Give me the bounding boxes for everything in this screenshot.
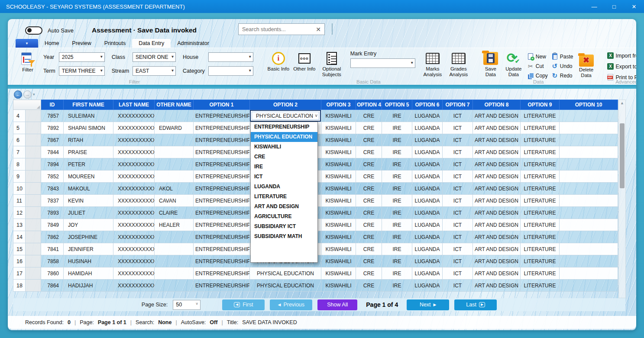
cell-last-name[interactable]: XXXXXXXXXXX bbox=[113, 134, 155, 146]
cell-option-9[interactable]: LITERATURE bbox=[521, 195, 560, 207]
cell-option-1[interactable]: ENTREPRENEURSHIP bbox=[194, 280, 250, 292]
term-select[interactable]: TERM THREE bbox=[59, 66, 105, 76]
cell-option-8[interactable]: ART AND DESIGN bbox=[473, 110, 521, 122]
cell-option-5[interactable]: IRE bbox=[382, 280, 412, 292]
category-select[interactable] bbox=[208, 66, 253, 76]
ribbon-menu-button[interactable]: ▼ bbox=[16, 39, 38, 48]
cell-option-2[interactable]: PHYSICAL EDUCATION˅ bbox=[250, 110, 321, 122]
cell-other-name[interactable]: EDWARD bbox=[155, 122, 194, 134]
row-number[interactable]: 17 bbox=[13, 267, 26, 280]
cell-option-8[interactable]: ART AND DESIGN bbox=[473, 207, 521, 219]
cell-option-4[interactable]: CRE bbox=[356, 134, 382, 146]
cell-last-name[interactable]: XXXXXXXXXXX bbox=[113, 146, 155, 158]
cell-option-3[interactable]: KISWAHILI bbox=[321, 183, 356, 195]
cell-first-name[interactable]: PRAISE bbox=[64, 146, 113, 158]
dropdown-item[interactable]: ICT bbox=[251, 172, 317, 182]
tab-home[interactable]: Home bbox=[38, 39, 65, 48]
column-header-id[interactable]: ID bbox=[41, 100, 64, 110]
cell-id[interactable]: 7852 bbox=[41, 171, 64, 183]
cell-option-1[interactable]: ENTREPRENEURSHIP bbox=[194, 243, 250, 255]
cell-option-10[interactable] bbox=[560, 267, 618, 280]
cell-id[interactable]: 7837 bbox=[41, 195, 64, 207]
cell-option-9[interactable]: LITERATURE bbox=[521, 122, 560, 134]
cell-option-8[interactable]: ART AND DESIGN bbox=[473, 158, 521, 171]
cell-option-8[interactable]: ART AND DESIGN bbox=[473, 171, 521, 183]
page-size-select[interactable]: 50 bbox=[173, 300, 201, 310]
cell-option-10[interactable] bbox=[560, 219, 618, 231]
cell-option-4[interactable]: CRE bbox=[356, 207, 382, 219]
cell-other-name[interactable] bbox=[155, 110, 194, 122]
cell-option-7[interactable]: ICT bbox=[443, 122, 473, 134]
cell-option-5[interactable]: IRE bbox=[382, 207, 412, 219]
cell-option-10[interactable] bbox=[560, 171, 618, 183]
dropdown-item[interactable]: ART AND DESIGN bbox=[251, 202, 317, 212]
cell-other-name[interactable]: HEALER bbox=[155, 219, 194, 231]
cell-option-4[interactable]: CRE bbox=[356, 195, 382, 207]
cell-last-name[interactable]: XXXXXXXXXXX bbox=[113, 267, 155, 280]
cell-last-name[interactable]: XXXXXXXXXXX bbox=[113, 255, 155, 267]
cell-option-10[interactable] bbox=[560, 243, 618, 255]
cell-option-5[interactable]: IRE bbox=[382, 183, 412, 195]
scrollbar-thumb[interactable] bbox=[620, 123, 625, 188]
cell-option-4[interactable]: CRE bbox=[356, 110, 382, 122]
dropdown-item[interactable]: ENTREPRENEURSHIP bbox=[251, 122, 317, 132]
cell-option-8[interactable]: ART AND DESIGN bbox=[473, 146, 521, 158]
scroll-up-icon[interactable]: ▲ bbox=[619, 101, 625, 105]
cell-option-1[interactable]: ENTREPRENEURSHIP bbox=[194, 195, 250, 207]
dropdown-item[interactable]: PHYSICAL EDUCATION bbox=[251, 132, 317, 142]
row-selector[interactable] bbox=[26, 267, 41, 280]
cell-id[interactable]: 7893 bbox=[41, 207, 64, 219]
cell-other-name[interactable] bbox=[155, 171, 194, 183]
cell-option-6[interactable]: LUGANDA bbox=[412, 207, 443, 219]
save-data-button[interactable]: Save Data bbox=[480, 51, 501, 77]
row-number[interactable]: 10 bbox=[13, 183, 26, 195]
cell-last-name[interactable]: XXXXXXXXXXX bbox=[113, 280, 155, 292]
cell-option-5[interactable]: IRE bbox=[382, 219, 412, 231]
cell-other-name[interactable] bbox=[155, 280, 194, 292]
cell-first-name[interactable]: RITAH bbox=[64, 134, 113, 146]
cell-option-6[interactable]: LUGANDA bbox=[412, 195, 443, 207]
cell-id[interactable]: 7858 bbox=[41, 255, 64, 267]
cell-option-4[interactable]: CRE bbox=[356, 255, 382, 267]
row-number[interactable]: 5 bbox=[13, 122, 26, 134]
cell-option-7[interactable]: ICT bbox=[443, 243, 473, 255]
cell-option-9[interactable]: LITERATURE bbox=[521, 255, 560, 267]
cell-last-name[interactable]: XXXXXXXXXXX bbox=[113, 207, 155, 219]
cell-option-1[interactable]: ENTREPRENEURSHIP bbox=[194, 110, 250, 122]
cell-option-4[interactable]: CRE bbox=[356, 267, 382, 280]
cell-option-10[interactable] bbox=[560, 146, 618, 158]
row-number[interactable]: 9 bbox=[13, 171, 26, 183]
house-select[interactable] bbox=[208, 52, 253, 62]
delete-data-button[interactable]: ✖ Delete Data bbox=[576, 54, 597, 78]
first-page-button[interactable]: ◀ First bbox=[222, 299, 265, 310]
row-number[interactable]: 8 bbox=[13, 158, 26, 171]
cell-option-1[interactable]: ENTREPRENEURSHIP bbox=[194, 146, 250, 158]
cell-option-7[interactable]: ICT bbox=[443, 207, 473, 219]
cell-option-5[interactable]: IRE bbox=[382, 171, 412, 183]
cell-option-2[interactable]: PHYSICAL EDUCATION bbox=[250, 267, 321, 280]
cell-option-9[interactable]: LITERATURE bbox=[521, 267, 560, 280]
row-selector[interactable] bbox=[26, 122, 41, 134]
cell-other-name[interactable] bbox=[155, 243, 194, 255]
cell-option-6[interactable]: LUGANDA bbox=[412, 267, 443, 280]
cell-option-7[interactable]: ICT bbox=[443, 171, 473, 183]
cell-option-5[interactable]: IRE bbox=[382, 243, 412, 255]
cell-option-5[interactable]: IRE bbox=[382, 110, 412, 122]
cell-option-3[interactable]: KISWAHILI bbox=[321, 158, 356, 171]
cell-option-10[interactable] bbox=[560, 231, 618, 243]
cell-id[interactable]: 7843 bbox=[41, 183, 64, 195]
cell-option-1[interactable]: ENTREPRENEURSHIP bbox=[194, 207, 250, 219]
cell-first-name[interactable]: HAMIDAH bbox=[64, 267, 113, 280]
row-selector[interactable] bbox=[26, 207, 41, 219]
cell-option-9[interactable]: LITERATURE bbox=[521, 146, 560, 158]
cell-option-7[interactable]: ICT bbox=[443, 183, 473, 195]
row-number[interactable]: 6 bbox=[13, 134, 26, 146]
column-header-option-6[interactable]: OPTION 6 bbox=[412, 100, 443, 110]
redo-button[interactable]: ↻ Redo bbox=[551, 71, 573, 80]
cell-other-name[interactable] bbox=[155, 231, 194, 243]
cell-option-1[interactable]: ENTREPRENEURSHIP bbox=[194, 267, 250, 280]
update-data-button[interactable]: ⟳✔ Update Data bbox=[503, 51, 524, 77]
cell-first-name[interactable]: PETER bbox=[64, 158, 113, 171]
cell-first-name[interactable]: JENNIFER bbox=[64, 243, 113, 255]
cell-option-1[interactable]: ENTREPRENEURSHIP bbox=[194, 171, 250, 183]
